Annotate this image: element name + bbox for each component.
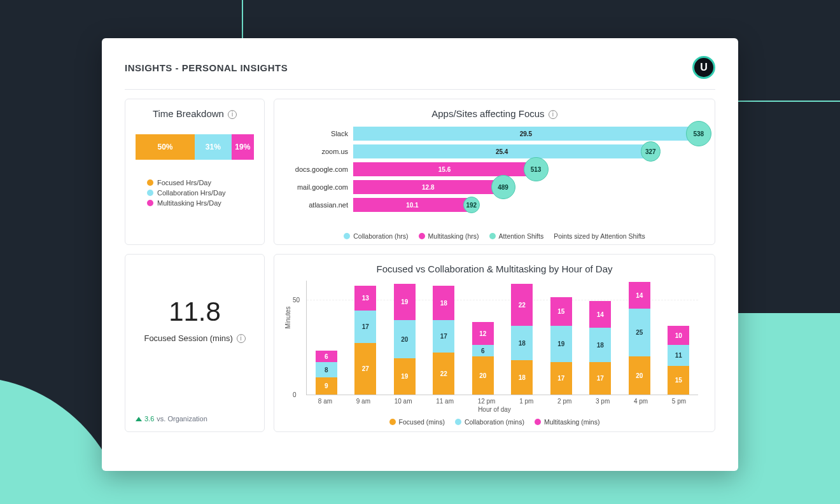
legend-text: Focused Hrs/Day — [157, 179, 211, 186]
legend-collab: Collaboration (mins) — [465, 418, 524, 426]
bar-seg: 25 — [629, 309, 650, 356]
app-label: mail.google.com — [284, 183, 353, 191]
legend-text: Multitasking Hrs/Day — [157, 199, 221, 207]
bar-col: 221718 — [433, 286, 454, 395]
bar-seg: 19 — [394, 358, 416, 395]
app-bar: 12.8 — [353, 180, 503, 194]
legend-dot — [147, 179, 153, 186]
bar-seg: 18 — [511, 326, 533, 360]
dashboard-panel: INSIGHTS - PERSONAL INSIGHTS U Time Brea… — [102, 38, 738, 471]
x-tick: 10 am — [395, 398, 412, 405]
app-row: docs.google.com15.6513 — [284, 161, 704, 178]
bar-seg: 14 — [589, 301, 611, 328]
app-bar: 29.5 — [353, 127, 699, 141]
bar-seg: 8 — [316, 362, 337, 377]
bar-seg: 18 — [511, 360, 533, 395]
title-text: Apps/Sites affecting Focus — [431, 108, 544, 119]
attention-shift-bubble: 489 — [491, 175, 515, 199]
legend-dot — [147, 190, 153, 196]
bar-col: 986 — [316, 351, 337, 395]
bar-seg: 15 — [550, 297, 572, 326]
legend-row: Focused Hrs/Day — [147, 179, 254, 186]
title-text: Time Breakdown — [153, 108, 224, 119]
tb-seg-multitasking: 19% — [232, 134, 254, 160]
app-bar: 25.4 — [353, 144, 650, 158]
bar-seg: 11 — [668, 345, 689, 366]
bar-seg: 9 — [316, 377, 337, 395]
app-bar-area: 12.8489 — [353, 180, 704, 194]
attention-shift-bubble: 513 — [524, 157, 549, 182]
bar-col: 171814 — [589, 301, 611, 395]
y-tick: 0 — [293, 391, 297, 398]
card-time-breakdown: Time Breakdown i 50%31%19% Focused Hrs/D… — [125, 99, 265, 245]
bar-col: 20612 — [472, 322, 494, 395]
x-tick: 5 pm — [672, 398, 686, 405]
bar-seg: 15 — [668, 366, 689, 395]
card-title: Time Breakdown i — [136, 108, 254, 119]
app-label: docs.google.com — [284, 165, 353, 173]
info-icon[interactable]: i — [228, 110, 237, 119]
apps-focus-legend: Collaboration (hrs) Multitasking (hrs) A… — [284, 232, 704, 240]
bar-col: 202514 — [629, 282, 650, 395]
metric-value: 11.8 — [136, 297, 254, 327]
bar-seg: 18 — [589, 328, 611, 362]
bar-seg: 22 — [511, 284, 533, 326]
legend-collab: Collaboration (hrs) — [353, 232, 408, 240]
bar-seg: 17 — [354, 311, 376, 343]
card-title: Focused vs Collaboration & Multitasking … — [284, 263, 704, 274]
info-icon[interactable]: i — [237, 334, 246, 343]
metric-delta: 3.6 vs. Organization — [136, 415, 207, 423]
avatar[interactable]: U — [692, 56, 715, 79]
bar-col: 271713 — [354, 286, 376, 395]
legend-note: Points sized by Attention Shifts — [554, 232, 645, 240]
attention-shift-bubble: 538 — [686, 121, 711, 146]
delta-suffix: vs. Organization — [157, 415, 207, 423]
bar-seg: 10 — [668, 326, 689, 345]
bar-col: 192019 — [394, 284, 416, 395]
info-icon[interactable]: i — [549, 110, 557, 119]
x-tick: 4 pm — [634, 398, 648, 405]
legend-shifts: Attention Shifts — [499, 232, 544, 240]
legend-focused: Focused (mins) — [399, 418, 445, 426]
card-hour-of-day: Focused vs Collaboration & Multitasking … — [274, 254, 715, 432]
hour-of-day-legend: Focused (mins) Collaboration (mins) Mult… — [284, 418, 704, 426]
x-tick: 11 am — [436, 398, 454, 405]
bar-seg: 17 — [433, 320, 454, 353]
panel-header: INSIGHTS - PERSONAL INSIGHTS U — [125, 56, 715, 90]
app-bar-area: 25.4327 — [353, 144, 704, 158]
bar-seg: 19 — [550, 326, 572, 362]
card-apps-focus: Apps/Sites affecting Focus i Slack29.553… — [274, 99, 715, 245]
card-focused-session: 11.8 Focused Session (mins) i 3.6 vs. Or… — [125, 254, 265, 432]
attention-shift-bubble: 192 — [463, 197, 480, 213]
bar-seg: 18 — [433, 286, 454, 320]
y-tick: 50 — [293, 296, 300, 303]
legend-text: Collaboration Hrs/Day — [157, 189, 226, 197]
bar-seg: 14 — [629, 282, 650, 309]
bar-seg: 22 — [433, 353, 454, 395]
tb-seg-focused: 50% — [136, 134, 195, 160]
hour-of-day-chart: Minutes 05098627171319201922171820612181… — [306, 281, 698, 395]
bar-seg: 17 — [589, 362, 611, 395]
x-tick: 12 pm — [478, 398, 496, 405]
attention-shift-bubble: 327 — [641, 141, 661, 161]
app-row: mail.google.com12.8489 — [284, 179, 704, 195]
legend-dot — [147, 200, 153, 206]
app-label: zoom.us — [284, 148, 353, 155]
bar-seg: 17 — [550, 362, 572, 395]
bar-col: 181822 — [511, 284, 533, 395]
bar-seg: 13 — [354, 286, 376, 311]
card-title: Apps/Sites affecting Focus i — [284, 108, 704, 119]
apps-focus-chart: Slack29.5538zoom.us25.4327docs.google.co… — [284, 125, 704, 227]
app-label: Slack — [284, 130, 353, 137]
legend-multi: Multitasking (mins) — [544, 418, 600, 426]
app-bar-area: 10.1192 — [353, 198, 704, 212]
time-breakdown-legend: Focused Hrs/DayCollaboration Hrs/DayMult… — [136, 179, 254, 207]
bar-seg: 12 — [472, 322, 494, 345]
x-tick: 9 am — [356, 398, 370, 405]
bar-col: 171915 — [550, 297, 572, 395]
bar-seg: 20 — [472, 356, 494, 395]
x-tick: 3 pm — [596, 398, 610, 405]
x-labels: 8 am9 am10 am11 am12 pm1 pm2 pm3 pm4 pm5… — [306, 398, 698, 405]
bars-row: 9862717131920192217182061218182217191517… — [307, 281, 698, 395]
tb-seg-collaboration: 31% — [195, 134, 232, 160]
